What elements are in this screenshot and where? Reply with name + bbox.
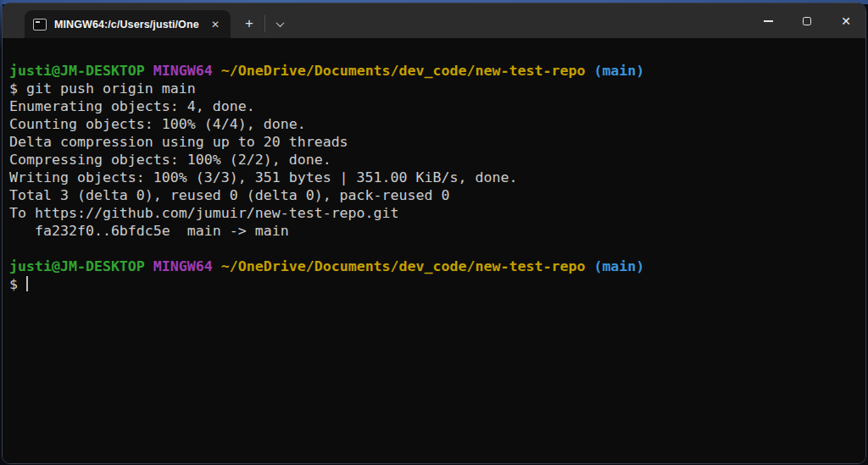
- close-icon: ✕: [841, 15, 851, 27]
- terminal-line: Total 3 (delta 0), reused 0 (delta 0), p…: [9, 186, 859, 204]
- terminal-line: justi@JM-DESKTOP MINGW64 ~/OneDrive/Docu…: [9, 257, 859, 275]
- terminal-line: To https://github.com/jumuir/new-test-re…: [9, 204, 859, 222]
- terminal-line: $ git push origin main: [9, 80, 859, 97]
- tab-close-icon[interactable]: ✕: [208, 17, 223, 32]
- terminal-line: $: [9, 275, 859, 293]
- terminal-window: MINGW64:/c/Users/justi/One ✕ + ✕ justi@J…: [2, 3, 866, 464]
- terminal-line: Delta compression using up to 20 threads: [9, 133, 859, 151]
- terminal-line: Counting objects: 100% (4/4), done.: [9, 115, 859, 133]
- new-tab-button[interactable]: +: [243, 16, 255, 30]
- terminal-line: fa232f0..6bfdc5e main -> main: [9, 222, 859, 240]
- minimize-button[interactable]: [748, 3, 787, 38]
- titlebar-drag-region[interactable]: [288, 3, 748, 38]
- window-controls: ✕: [748, 3, 865, 38]
- minimize-icon: [764, 20, 773, 21]
- tab-mingw64[interactable]: MINGW64:/c/Users/justi/One ✕: [25, 10, 231, 38]
- maximize-icon: [803, 17, 811, 25]
- title-bar: MINGW64:/c/Users/justi/One ✕ + ✕: [3, 3, 865, 38]
- terminal-line: [9, 240, 859, 257]
- terminal-line: [9, 44, 859, 62]
- tab-dropdown-button[interactable]: [273, 17, 288, 30]
- tabbar-separator: [264, 15, 265, 32]
- maximize-button[interactable]: [787, 3, 826, 38]
- git-bash-terminal-icon: [33, 19, 47, 30]
- terminal-cursor: [26, 276, 29, 291]
- tab-title: MINGW64:/c/Users/justi/One: [54, 19, 200, 30]
- terminal-line: Writing objects: 100% (3/3), 351 bytes |…: [9, 169, 859, 186]
- close-button[interactable]: ✕: [826, 3, 865, 38]
- terminal-output[interactable]: justi@JM-DESKTOP MINGW64 ~/OneDrive/Docu…: [3, 38, 865, 463]
- terminal-line: Enumerating objects: 4, done.: [9, 97, 859, 115]
- terminal-line: Compressing objects: 100% (2/2), done.: [9, 151, 859, 169]
- chevron-down-icon: [276, 19, 285, 27]
- terminal-line: justi@JM-DESKTOP MINGW64 ~/OneDrive/Docu…: [9, 62, 859, 80]
